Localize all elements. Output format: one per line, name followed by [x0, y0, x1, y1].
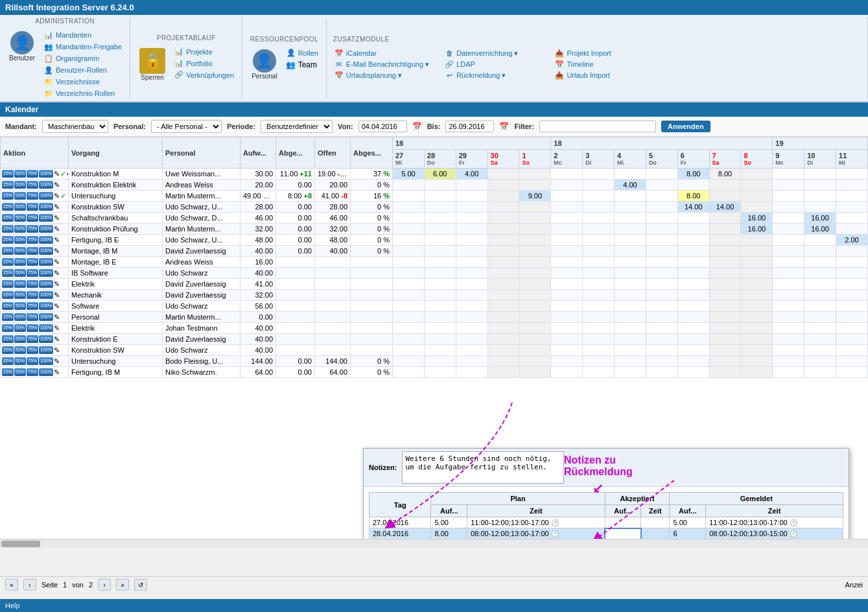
percent-icon[interactable]: 100% [39, 258, 53, 266]
ribbon-mandanten[interactable]: 📊 Mandanten [43, 30, 123, 40]
edit-icon[interactable]: ✎ [54, 313, 60, 322]
edit-icon[interactable]: ✎ [54, 192, 60, 200]
ribbon-rollen[interactable]: 👤 Rollen [285, 48, 320, 58]
percent-icon[interactable]: 50% [14, 269, 26, 277]
periode-select[interactable]: Benutzerdefinier [261, 120, 333, 133]
bis-cal-icon[interactable]: 📅 [499, 122, 509, 131]
percent-icon[interactable]: 100% [39, 269, 53, 277]
edit-icon[interactable]: ✎ [54, 269, 60, 277]
percent-icon[interactable]: 25% [2, 357, 14, 366]
percent-icon[interactable]: 75% [27, 291, 38, 300]
percent-icon[interactable]: 25% [2, 280, 14, 288]
clock-icon[interactable]: 🕐 [551, 519, 559, 526]
personal-select[interactable]: - Alle Personal - [151, 120, 222, 133]
percent-icon[interactable]: 50% [14, 291, 26, 300]
percent-icon[interactable]: 75% [27, 192, 38, 200]
percent-icon[interactable]: 100% [39, 170, 53, 178]
percent-icon[interactable]: 50% [14, 225, 26, 233]
percent-icon[interactable]: 75% [27, 280, 38, 288]
ribbon-verzeichnis-rollen[interactable]: 📁 Verzeichnis-Rollen [43, 88, 123, 99]
apply-button[interactable]: Anwenden [661, 121, 710, 132]
percent-icon[interactable]: 100% [39, 280, 53, 288]
edit-icon[interactable]: ✎ [54, 203, 60, 211]
ribbon-datenvernichtung[interactable]: 🗑 Datenvernichtung ▾ [443, 48, 541, 58]
percent-icon[interactable]: 100% [39, 346, 53, 355]
ribbon-rueckmeldung[interactable]: ↩ Rückmeldung ▾ [443, 70, 541, 80]
percent-icon[interactable]: 25% [2, 170, 14, 178]
edit-icon[interactable]: ✎ [54, 335, 60, 344]
ribbon-verknuepfungen[interactable]: 🔗 Verknüpfungen [173, 70, 235, 80]
edit-icon[interactable]: ✎ [54, 291, 60, 300]
popup-cell[interactable] [605, 528, 641, 539]
percent-icon[interactable]: 25% [2, 247, 14, 255]
percent-icon[interactable]: 50% [14, 247, 26, 255]
percent-icon[interactable]: 50% [14, 214, 26, 222]
ribbon-organigramm[interactable]: 📋 Organigramm [43, 53, 123, 64]
percent-icon[interactable]: 75% [27, 324, 38, 333]
percent-icon[interactable]: 25% [2, 214, 14, 222]
percent-icon[interactable]: 25% [2, 313, 14, 322]
percent-icon[interactable]: 75% [27, 181, 38, 189]
check-icon[interactable]: ✓ [60, 170, 66, 178]
percent-icon[interactable]: 100% [39, 247, 53, 255]
percent-icon[interactable]: 50% [14, 203, 26, 211]
percent-icon[interactable]: 25% [2, 192, 14, 200]
percent-icon[interactable]: 50% [14, 313, 26, 322]
ribbon-urlaub-import[interactable]: 📥 Urlaub Import [554, 70, 651, 80]
percent-icon[interactable]: 25% [2, 324, 14, 333]
ribbon-icalendar[interactable]: 📅 iCalendar [333, 48, 430, 58]
mandant-select[interactable]: Maschinenbau [42, 120, 108, 133]
percent-icon[interactable]: 100% [39, 357, 53, 366]
percent-icon[interactable]: 50% [14, 302, 26, 311]
percent-icon[interactable]: 100% [39, 236, 53, 244]
percent-icon[interactable]: 75% [27, 269, 38, 277]
edit-icon[interactable]: ✎ [54, 170, 60, 178]
percent-icon[interactable]: 50% [14, 258, 26, 266]
edit-icon[interactable]: ✎ [54, 324, 60, 333]
edit-icon[interactable]: ✎ [54, 225, 60, 233]
check-icon[interactable]: ✓ [60, 192, 66, 200]
percent-icon[interactable]: 25% [2, 203, 14, 211]
percent-icon[interactable]: 100% [39, 368, 53, 377]
ribbon-portfolio[interactable]: 📊 Portfolio [173, 58, 235, 69]
percent-icon[interactable]: 100% [39, 192, 53, 200]
percent-icon[interactable]: 25% [2, 236, 14, 244]
ribbon-urlaubsplanung[interactable]: 📅 Urlaubsplanung ▾ [333, 70, 430, 80]
percent-icon[interactable]: 100% [39, 302, 53, 311]
ribbon-sperren[interactable]: 🔒 Sperren [137, 47, 168, 82]
clock-icon[interactable]: 🕐 [551, 530, 559, 537]
filter-input[interactable] [539, 121, 656, 132]
percent-icon[interactable]: 25% [2, 368, 14, 377]
percent-icon[interactable]: 50% [14, 324, 26, 333]
percent-icon[interactable]: 50% [14, 280, 26, 288]
edit-icon[interactable]: ✎ [54, 247, 60, 255]
edit-icon[interactable]: ✎ [54, 214, 60, 222]
percent-icon[interactable]: 100% [39, 324, 53, 333]
percent-icon[interactable]: 100% [39, 203, 53, 211]
edit-icon[interactable]: ✎ [54, 368, 60, 377]
percent-icon[interactable]: 75% [27, 258, 38, 266]
von-input[interactable] [358, 121, 407, 132]
percent-icon[interactable]: 75% [27, 203, 38, 211]
percent-icon[interactable]: 50% [14, 192, 26, 200]
clock-icon[interactable]: 🕐 [790, 530, 797, 537]
percent-icon[interactable]: 75% [27, 214, 38, 222]
percent-icon[interactable]: 50% [14, 170, 26, 178]
notes-textarea[interactable]: Weitere 6 Stunden sind noch nötig, um di… [402, 451, 564, 484]
bis-input[interactable] [445, 121, 494, 132]
ribbon-personal[interactable]: 👤 Personal [249, 48, 279, 81]
percent-icon[interactable]: 75% [27, 335, 38, 344]
percent-icon[interactable]: 25% [2, 181, 14, 189]
ribbon-email[interactable]: ✉ E-Mail Benachrichtigung ▾ [333, 59, 430, 69]
percent-icon[interactable]: 50% [14, 236, 26, 244]
percent-icon[interactable]: 75% [27, 357, 38, 366]
edit-icon[interactable]: ✎ [54, 280, 60, 288]
edit-icon[interactable]: ✎ [54, 181, 60, 189]
percent-icon[interactable]: 75% [27, 346, 38, 355]
percent-icon[interactable]: 50% [14, 357, 26, 366]
percent-icon[interactable]: 25% [2, 225, 14, 233]
von-cal-icon[interactable]: 📅 [412, 122, 422, 131]
ribbon-projekte[interactable]: 📊 Projekte [173, 47, 235, 57]
edit-icon[interactable]: ✎ [54, 236, 60, 244]
percent-icon[interactable]: 100% [39, 225, 53, 233]
